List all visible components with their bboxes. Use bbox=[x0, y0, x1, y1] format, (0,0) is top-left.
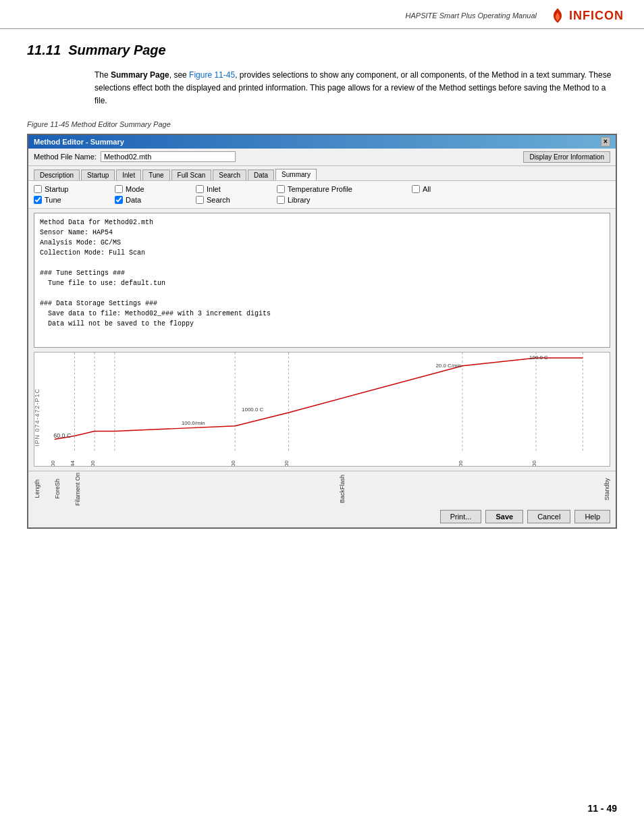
svg-text:1000.0 C: 1000.0 C bbox=[242, 407, 263, 413]
checkbox-mode[interactable]: Mode bbox=[115, 185, 196, 193]
checkbox-search-label: Search bbox=[207, 196, 230, 204]
summary-text-area: Method Data for Method02.mth Sensor Name… bbox=[34, 213, 610, 348]
svg-text:20.0 C/min: 20.0 C/min bbox=[435, 362, 461, 368]
figure-link[interactable]: Figure 11-45 bbox=[189, 70, 235, 80]
print-button[interactable]: Print... bbox=[440, 510, 482, 523]
figure-caption: Figure 11-45 Method Editor Summary Page bbox=[27, 120, 617, 128]
window-title: Method Editor - Summary bbox=[34, 138, 124, 146]
body-text: The Summary Page, see Figure 11-45, prov… bbox=[95, 69, 617, 108]
checkbox-all-input[interactable] bbox=[412, 185, 420, 193]
section-heading: 11.11 Summary Page bbox=[27, 43, 617, 58]
page-header: HAPSITE Smart Plus Operating Manual INFI… bbox=[0, 0, 644, 29]
body-text-see: , see bbox=[169, 70, 189, 80]
cancel-button[interactable]: Cancel bbox=[527, 510, 570, 523]
checkbox-library[interactable]: Library bbox=[277, 196, 412, 204]
logo-text: INFICON bbox=[569, 9, 624, 23]
page-number: 11 - 49 bbox=[587, 803, 617, 814]
body-text-intro: The bbox=[95, 70, 111, 80]
help-button[interactable]: Help bbox=[574, 510, 610, 523]
svg-text:100.0 C: 100.0 C bbox=[529, 354, 548, 360]
method-file-label: Method File Name: bbox=[34, 153, 97, 161]
main-content: 11.11 Summary Page The Summary Page, see… bbox=[0, 29, 644, 556]
checkbox-search[interactable]: Search bbox=[196, 196, 277, 204]
checkbox-all-placeholder bbox=[412, 196, 479, 204]
checkbox-mode-label: Mode bbox=[126, 185, 144, 193]
footer-backflash: BackFlash bbox=[339, 475, 346, 503]
checkbox-startup[interactable]: Startup bbox=[34, 185, 115, 193]
window-titlebar: Method Editor - Summary × bbox=[28, 135, 616, 149]
checkbox-data-input[interactable] bbox=[115, 196, 123, 204]
svg-text:100.0/min: 100.0/min bbox=[182, 419, 205, 425]
checkbox-data[interactable]: Data bbox=[115, 196, 196, 204]
svg-text:60.0 C: 60.0 C bbox=[53, 432, 72, 439]
checkbox-tune[interactable]: Tune bbox=[34, 196, 115, 204]
checkbox-inlet-input[interactable] bbox=[196, 185, 204, 193]
checkbox-tune-label: Tune bbox=[45, 196, 61, 204]
svg-text:07:00: 07:00 bbox=[284, 460, 290, 465]
tab-description[interactable]: Description bbox=[34, 170, 80, 180]
method-file-input[interactable] bbox=[101, 151, 236, 162]
checkbox-mode-input[interactable] bbox=[115, 185, 123, 193]
display-error-button[interactable]: Display Error Information bbox=[523, 151, 610, 163]
side-label: IPN 074-472-P1C bbox=[34, 388, 41, 446]
tab-summary[interactable]: Summary bbox=[275, 169, 317, 180]
tab-tune[interactable]: Tune bbox=[142, 170, 169, 180]
save-button[interactable]: Save bbox=[485, 510, 523, 523]
footer-foresh: ForeSh bbox=[54, 479, 61, 499]
tab-startup[interactable]: Startup bbox=[81, 170, 115, 180]
svg-text:12:00: 12:00 bbox=[531, 460, 537, 465]
checkbox-temp-profile-input[interactable] bbox=[277, 185, 285, 193]
bottom-buttons: Print... Save Cancel Help bbox=[28, 507, 616, 527]
logo-area: INFICON bbox=[550, 7, 624, 24]
checkboxes-area: Startup Mode Inlet Temperature Profile A… bbox=[28, 181, 616, 209]
summary-text-content: Method Data for Method02.mth Sensor Name… bbox=[40, 217, 604, 329]
checkbox-inlet[interactable]: Inlet bbox=[196, 185, 277, 193]
window-close-button[interactable]: × bbox=[601, 137, 610, 147]
checkbox-data-label: Data bbox=[126, 196, 141, 204]
window-toolbar: Method File Name: Display Error Informat… bbox=[28, 149, 616, 166]
checkbox-inlet-label: Inlet bbox=[207, 185, 221, 193]
checkbox-temp-profile[interactable]: Temperature Profile bbox=[277, 185, 412, 193]
checkbox-startup-input[interactable] bbox=[34, 185, 42, 193]
method-editor-window: Method Editor - Summary × Method File Na… bbox=[27, 134, 617, 529]
footer-filament: Filament On bbox=[74, 473, 81, 506]
svg-text:00:44: 00:44 bbox=[70, 460, 76, 465]
tab-data[interactable]: Data bbox=[248, 170, 274, 180]
footer-standby: Standby bbox=[603, 478, 610, 500]
body-bold: Summary Page bbox=[111, 70, 169, 80]
tab-search[interactable]: Search bbox=[213, 170, 246, 180]
svg-rect-0 bbox=[34, 353, 610, 466]
checkbox-search-input[interactable] bbox=[196, 196, 204, 204]
svg-text:01:00: 01:00 bbox=[90, 460, 96, 465]
inficon-logo-icon bbox=[550, 7, 565, 24]
svg-text:11:00: 11:00 bbox=[458, 460, 464, 465]
checkbox-startup-label: Startup bbox=[45, 185, 68, 193]
tabs-row: Description Startup Inlet Tune Full Scan… bbox=[28, 166, 616, 181]
header-title: HAPSITE Smart Plus Operating Manual bbox=[406, 11, 537, 20]
chart-footer: Length ForeSh Filament On BackFlash Stan… bbox=[28, 471, 616, 507]
tab-fullscan[interactable]: Full Scan bbox=[171, 170, 212, 180]
checkbox-temp-profile-label: Temperature Profile bbox=[288, 185, 352, 193]
checkbox-library-label: Library bbox=[288, 196, 311, 204]
tab-inlet[interactable]: Inlet bbox=[116, 170, 141, 180]
temperature-chart: 60.0 C 100.0/min 1000.0 C 20.0 C/min 100… bbox=[34, 353, 610, 466]
checkbox-tune-input[interactable] bbox=[34, 196, 42, 204]
chart-area: 60.0 C 100.0/min 1000.0 C 20.0 C/min 100… bbox=[34, 352, 610, 467]
checkbox-all-label: All bbox=[423, 185, 431, 193]
svg-text:06:00: 06:00 bbox=[230, 460, 236, 465]
svg-text:00:00: 00:00 bbox=[50, 460, 56, 465]
checkbox-all[interactable]: All bbox=[412, 185, 479, 193]
footer-length: Length bbox=[34, 479, 41, 498]
checkbox-library-input[interactable] bbox=[277, 196, 285, 204]
